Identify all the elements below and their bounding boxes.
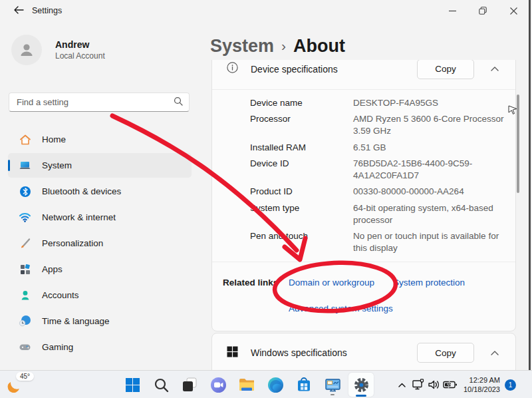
search-icon: [154, 377, 169, 393]
device-specifications-header[interactable]: Device specifications Copy: [212, 60, 515, 89]
store-button[interactable]: [291, 373, 317, 397]
task-view-icon: [182, 377, 198, 393]
tray-volume-icon[interactable]: [426, 376, 442, 393]
close-button[interactable]: [498, 0, 529, 21]
sidebar-item-label: Gaming: [42, 342, 73, 352]
sidebar-nav: Home System Bluetooth & devices Network …: [8, 127, 192, 361]
desktop-screen: Settings Andrew Local Account: [0, 0, 532, 398]
edge-button[interactable]: [263, 373, 288, 397]
sidebar-item-network[interactable]: Network & internet: [8, 205, 192, 230]
spec-row: Device ID 76BD5DA2-15B6-4400-9C59-4A1A2C…: [250, 156, 505, 184]
sidebar-item-gaming[interactable]: Gaming: [8, 335, 192, 359]
page-title: About: [293, 36, 345, 57]
spec-value: 64-bit operating system, x64-based proce…: [353, 202, 505, 226]
home-icon: [19, 133, 31, 146]
spec-label: Product ID: [250, 186, 353, 198]
sidebar-item-system[interactable]: System: [8, 153, 192, 178]
taskbar-center-icons: [120, 373, 374, 397]
taskbar-search-button[interactable]: [148, 373, 174, 397]
sidebar-item-apps[interactable]: Apps: [8, 257, 192, 282]
spec-label: System type: [250, 202, 353, 226]
spec-value: DESKTOP-F4A95GS: [353, 97, 505, 109]
domain-or-workgroup-link[interactable]: Domain or workgroup: [289, 277, 374, 289]
tray-clock[interactable]: 12:29 AM 10/18/2023: [464, 375, 500, 394]
settings-gear-icon: [353, 377, 370, 393]
spec-label: Device ID: [250, 158, 353, 182]
personalization-icon: [19, 237, 31, 250]
person-icon: [18, 41, 35, 59]
spec-row: Pen and touch No pen or touch input is a…: [250, 228, 505, 256]
spec-value: 6.51 GB: [353, 142, 505, 154]
sidebar-item-label: Apps: [42, 264, 63, 274]
notification-badge[interactable]: 1: [505, 379, 516, 391]
system-monitor-icon: [325, 377, 341, 393]
task-view-button[interactable]: [177, 373, 202, 397]
spec-row: Installed RAM 6.51 GB: [250, 140, 505, 156]
copy-windows-specs-button[interactable]: Copy: [417, 343, 474, 363]
file-explorer-button[interactable]: [234, 373, 259, 397]
spec-label: Pen and touch: [250, 230, 353, 254]
system-protection-link[interactable]: System protection: [393, 277, 465, 289]
spec-value: AMD Ryzen 5 3600 6-Core Processor 3.59 G…: [353, 113, 505, 137]
bluetooth-icon: [19, 185, 31, 198]
time-language-icon: [19, 315, 31, 327]
account-header[interactable]: Andrew Local Account: [11, 35, 105, 65]
user-name: Andrew: [55, 39, 105, 50]
chat-icon: [210, 377, 227, 393]
tray-chevron-button[interactable]: [394, 376, 410, 393]
settings-button[interactable]: [348, 373, 374, 397]
sidebar-item-bluetooth[interactable]: Bluetooth & devices: [8, 179, 192, 204]
tray-battery-icon[interactable]: [442, 376, 458, 393]
spec-label: Processor: [250, 113, 353, 137]
chevron-up-icon[interactable]: [485, 343, 505, 363]
apps-icon: [19, 263, 31, 276]
spec-row: System type 64-bit operating system, x64…: [250, 200, 505, 228]
avatar: [11, 35, 42, 65]
device-specs-list: Device name DESKTOP-F4A95GS Processor AM…: [212, 90, 515, 262]
sidebar-item-home[interactable]: Home: [8, 127, 192, 152]
sidebar-item-personalization[interactable]: Personalization: [8, 231, 192, 256]
sidebar-item-label: Network & internet: [42, 212, 116, 222]
clock-time: 12:29 AM: [464, 375, 500, 385]
related-links-label: Related links: [223, 277, 289, 314]
search-box[interactable]: [9, 93, 190, 112]
sidebar-item-label: Home: [42, 134, 66, 144]
temperature-label: 45°: [16, 372, 34, 381]
device-specifications-card: Device specifications Copy Device name D…: [211, 60, 516, 331]
back-button[interactable]: [9, 3, 28, 20]
sidebar-item-time-language[interactable]: Time & language: [8, 309, 192, 333]
weather-widget[interactable]: 45°: [5, 372, 36, 397]
store-icon: [296, 377, 312, 393]
related-links-section: Related links Domain or workgroup System…: [212, 262, 515, 330]
windows-logo-icon: [227, 346, 238, 360]
chevron-up-icon[interactable]: [485, 60, 505, 79]
active-app-indicator: [356, 395, 366, 397]
minimize-icon: [449, 7, 456, 15]
sidebar-item-accounts[interactable]: Accounts: [8, 283, 192, 307]
content-scroll-area: Device specifications Copy Device name D…: [210, 60, 518, 370]
spec-label: Installed RAM: [250, 142, 353, 154]
system-monitor-button[interactable]: [320, 373, 345, 397]
breadcrumb: System › About: [210, 36, 345, 57]
system-icon: [19, 159, 31, 172]
advanced-system-settings-link[interactable]: Advanced system settings: [289, 303, 393, 315]
card-title: Windows specifications: [251, 347, 417, 358]
breadcrumb-parent[interactable]: System: [210, 36, 274, 57]
chat-button[interactable]: [205, 373, 231, 397]
spec-label: Device name: [250, 97, 353, 109]
start-button[interactable]: [120, 373, 145, 397]
restore-icon: [479, 7, 487, 15]
tray-network-icon[interactable]: [410, 376, 426, 393]
spec-value: No pen or touch input is available for t…: [353, 230, 505, 254]
open-app-indicator: [331, 394, 334, 396]
back-arrow-icon: [13, 5, 24, 17]
minimize-button[interactable]: [437, 0, 467, 21]
windows-specifications-header[interactable]: Windows specifications Copy: [212, 333, 515, 370]
chevron-up-icon: [398, 382, 406, 388]
copy-device-specs-button[interactable]: Copy: [417, 60, 474, 79]
restore-button[interactable]: [467, 0, 498, 21]
mouse-cursor: [508, 104, 517, 117]
close-icon: [510, 7, 517, 15]
search-input[interactable]: [17, 97, 174, 107]
spec-value: 00330-80000-00000-AA264: [353, 186, 505, 198]
